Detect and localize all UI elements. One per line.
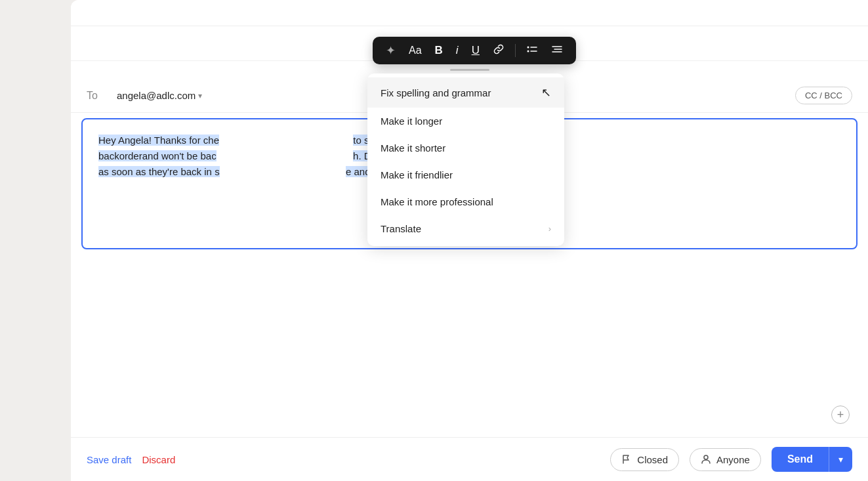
context-menu-item[interactable]: Make it longer	[367, 108, 564, 135]
send-button[interactable]: Send	[772, 447, 829, 472]
text-style-button[interactable]: Aa	[406, 43, 424, 58]
submenu-arrow-icon: ›	[548, 224, 551, 234]
context-menu-item-label: Fix spelling and grammar	[381, 87, 491, 98]
svg-point-1	[704, 455, 708, 459]
discard-button[interactable]: Discard	[142, 454, 175, 465]
send-chevron-icon: ▾	[838, 454, 843, 465]
context-menu-item-label: Translate	[381, 223, 421, 234]
svg-point-4	[527, 51, 529, 52]
selected-text-5: as soon as they're back in s	[98, 166, 220, 177]
indent-icon	[551, 43, 563, 58]
selected-text-3: backorderand won't be bac	[98, 150, 217, 161]
closed-button[interactable]: Closed	[610, 448, 679, 471]
toolbar-divider	[515, 44, 516, 57]
bullets-icon	[526, 43, 538, 58]
cc-bcc-button[interactable]: CC / BCC	[795, 87, 852, 104]
context-menu-item-label: Make it shorter	[381, 142, 445, 154]
context-menu-item-label: Make it longer	[381, 115, 442, 127]
context-menu-item-label: Make it more professional	[381, 196, 493, 207]
floating-toolbar: ✦ Aa B i U	[373, 37, 576, 64]
indent-button[interactable]	[548, 42, 566, 59]
sparkle-button[interactable]: ✦	[383, 42, 398, 59]
link-icon	[493, 43, 505, 58]
main-content: You assigned to yourself To angela@adlc.…	[71, 0, 868, 481]
text-style-icon: Aa	[409, 45, 422, 56]
anyone-button[interactable]: Anyone	[690, 448, 761, 471]
to-email[interactable]: angela@adlc.com ▾	[117, 90, 202, 101]
send-button-group: Send ▾	[772, 447, 852, 472]
italic-button[interactable]: i	[453, 43, 461, 58]
flag-icon	[621, 454, 632, 465]
add-icon: +	[837, 408, 844, 422]
link-button[interactable]	[490, 42, 507, 59]
closed-label: Closed	[637, 454, 668, 465]
save-draft-button[interactable]: Save draft	[87, 454, 131, 465]
italic-icon: i	[456, 44, 459, 57]
context-menu-item-label: Make it friendlier	[381, 169, 453, 180]
to-label: To	[87, 90, 106, 102]
send-dropdown-button[interactable]: ▾	[829, 447, 852, 472]
context-menu: Fix spelling and grammar↖Make it longerM…	[367, 73, 564, 246]
context-menu-item[interactable]: Fix spelling and grammar↖	[367, 77, 564, 108]
to-email-address: angela@adlc.com	[117, 90, 196, 101]
email-footer: Save draft Discard Closed Anyone Send	[71, 437, 868, 481]
context-menu-item[interactable]: Make it shorter	[367, 135, 564, 161]
sidebar	[0, 0, 71, 481]
underline-button[interactable]: U	[469, 43, 482, 58]
user-icon	[701, 454, 711, 465]
context-menu-item[interactable]: Make it more professional	[367, 188, 564, 215]
add-attachment-button[interactable]: +	[831, 406, 850, 424]
cursor-icon: ↖	[541, 85, 551, 100]
bold-icon: B	[435, 44, 443, 57]
selected-text-1: Hey Angela! Thanks for che	[98, 135, 219, 146]
anyone-label: Anyone	[716, 454, 750, 465]
context-menu-item[interactable]: Translate›	[367, 215, 564, 242]
svg-point-2	[527, 47, 529, 49]
context-menu-item[interactable]: Make it friendlier	[367, 161, 564, 188]
bold-button[interactable]: B	[432, 43, 445, 58]
sparkle-icon: ✦	[386, 43, 396, 58]
underline-icon: U	[472, 44, 480, 57]
to-dropdown-chevron: ▾	[198, 91, 202, 100]
top-bar	[71, 0, 868, 26]
bullets-button[interactable]	[524, 42, 541, 59]
